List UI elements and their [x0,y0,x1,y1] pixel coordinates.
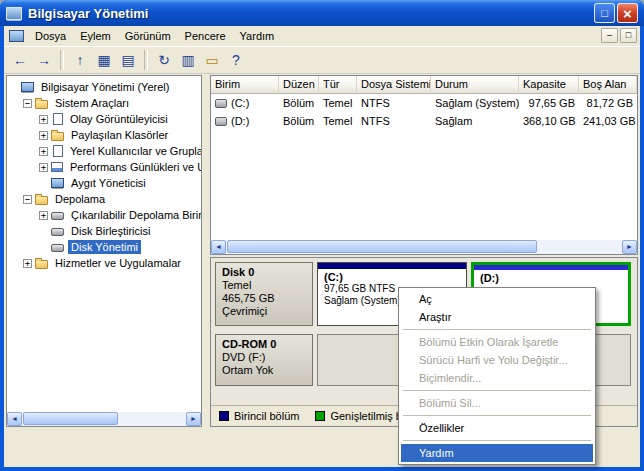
tree-item-sistem-araclari[interactable]: − Sistem Araçları [7,95,201,111]
scroll-thumb[interactable] [23,412,118,425]
tree-item-cikarilabilir-depolama[interactable]: + Çıkarılabilir Depolama Birimi [7,207,201,223]
child-window-controls: – □ [601,28,637,43]
tree-item-paylasilan-klasorler[interactable]: + Paylaşılan Klasörler [7,127,201,143]
partition-d-label: (D:) [474,270,628,284]
tree-item-hizmetler-uygulamalar[interactable]: + Hizmetler ve Uygulamalar [7,255,201,271]
capacity-cell: 368,10 GB [519,114,579,128]
back-button[interactable]: ← [8,49,32,71]
scroll-thumb[interactable] [227,240,537,253]
titlebar[interactable]: Bilgisayar Yönetimi □ × [0,0,644,26]
collapse-icon[interactable]: − [23,195,32,204]
toolbar: ← → ↑ ▦ ▤ ↻ ▥ ▭ ? [4,47,640,74]
cdrom-drive-letter: DVD (F:) [222,351,306,364]
scroll-track[interactable] [22,412,186,426]
document-icon [53,113,63,125]
menu-item-eylem[interactable]: Eylem [73,27,118,45]
child-minimize-button[interactable]: – [601,28,618,43]
menu-separator [403,415,591,416]
child-restore-icon: □ [626,30,631,40]
tree-item-aygit-yoneticisi[interactable]: Aygıt Yöneticisi [7,175,201,191]
tree-item-label: Çıkarılabilir Depolama Birimi [68,208,201,222]
tree-item-label: Disk Birleştiricisi [68,224,153,238]
header-tur[interactable]: Tür [319,76,357,94]
expand-icon[interactable]: + [23,259,32,268]
filesystem-cell: NTFS [357,114,431,128]
tree-item-disk-birlestiricisi[interactable]: Disk Birleştiricisi [7,223,201,239]
help-icon: ? [232,52,240,68]
shared-folder-icon [51,132,64,141]
scroll-right-button[interactable]: ► [186,412,201,426]
services-folder-icon [35,260,48,269]
expand-icon[interactable]: + [39,115,48,124]
tree-item-label: Aygıt Yöneticisi [68,176,149,190]
disk0-type: Temel [222,279,306,292]
tree-horizontal-scrollbar[interactable]: ◄ ► [7,412,201,426]
refresh-button[interactable]: ↻ [152,49,176,71]
header-dosya-sistemi[interactable]: Dosya Sistemi [357,76,431,94]
volume-row-c[interactable]: (C:) Bölüm Temel NTFS Sağlam (System) 97… [211,94,637,112]
expand-icon[interactable]: + [39,211,48,220]
tree-item-yerel-kullanicilar[interactable]: + Yerel Kullanıcılar ve Gruplar [7,143,201,159]
context-menu-item-yardim[interactable]: Yardım [401,444,593,462]
cdrom-info-box[interactable]: CD-ROM 0 DVD (F:) Ortam Yok [215,334,313,386]
header-birim[interactable]: Birim [211,76,279,94]
tree-item-depolama[interactable]: − Depolama [7,191,201,207]
header-duzen[interactable]: Düzen [279,76,319,94]
volume-row-d[interactable]: (D:) Bölüm Temel NTFS Sağlam 368,10 GB 2… [211,112,637,130]
expand-icon[interactable]: + [39,163,48,172]
disk-management-icon [51,244,64,252]
table-horizontal-scrollbar[interactable]: ◄ ► [211,240,637,254]
volume-icon [215,99,227,108]
menu-item-yardim[interactable]: Yardım [233,27,282,45]
tree-item-olay-goruntuleyicisi[interactable]: + Olay Görüntüleyicisi [7,111,201,127]
maximize-button[interactable]: □ [594,3,615,23]
up-level-button[interactable]: ↑ [68,49,92,71]
storage-folder-icon [35,196,48,205]
toolbar-separator [60,50,64,70]
collapse-icon[interactable]: − [23,99,32,108]
type-cell: Temel [319,96,357,110]
context-menu-item-ozellikler[interactable]: Özellikler [401,419,593,437]
cdrom-media-status: Ortam Yok [222,364,306,377]
open-folder-button[interactable]: ▭ [200,49,224,71]
removable-storage-icon [51,212,64,220]
menu-separator [403,390,591,391]
tree-item-performans-gunlukleri[interactable]: + Performans Günlükleri ve Uya [7,159,201,175]
scroll-right-button[interactable]: ► [622,240,637,254]
forward-icon: → [37,52,51,68]
tree-item-label: Sistem Araçları [52,96,132,110]
close-button[interactable]: × [617,3,638,23]
header-kapasite[interactable]: Kapasite [519,76,579,94]
context-menu-item-ac[interactable]: Aç [401,290,593,308]
computer-management-window: Bilgisayar Yönetimi □ × Dosya Eylem Görü… [0,0,644,471]
tree-item-bilgisayar-yonetimi[interactable]: Bilgisayar Yönetimi (Yerel) [7,79,201,95]
header-durum[interactable]: Durum [431,76,519,94]
expand-icon[interactable]: + [39,147,48,156]
menu-item-gorunum[interactable]: Görünüm [118,27,178,45]
tree-item-disk-yonetimi[interactable]: Disk Yönetimi [7,239,201,255]
child-restore-button[interactable]: □ [620,28,637,43]
refresh-icon: ↻ [158,52,170,68]
up-level-icon: ↑ [77,52,84,68]
folder-icon [35,100,48,109]
header-bos-alan[interactable]: Boş Alan [579,76,637,94]
context-menu-item-arastir[interactable]: Araştır [401,308,593,326]
scroll-left-button[interactable]: ◄ [211,240,226,254]
show-tree-button[interactable]: ▦ [92,49,116,71]
tree-item-label: Hizmetler ve Uygulamalar [52,256,184,270]
properties-button[interactable]: ▤ [116,49,140,71]
forward-button[interactable]: → [32,49,56,71]
scroll-left-button[interactable]: ◄ [7,412,22,426]
menubar: Dosya Eylem Görünüm Pencere Yardım – □ [4,26,640,47]
type-cell: Temel [319,114,357,128]
scroll-track[interactable] [226,240,622,254]
disk0-info-box[interactable]: Disk 0 Temel 465,75 GB Çevrimiçi [215,262,313,326]
expand-icon[interactable]: + [39,131,48,140]
tree-item-label: Performans Günlükleri ve Uya [67,160,201,174]
help-button[interactable]: ? [224,49,248,71]
disk0-capacity: 465,75 GB [222,292,306,305]
menu-item-dosya[interactable]: Dosya [28,27,73,45]
menu-item-pencere[interactable]: Pencere [178,27,233,45]
context-menu-item-bolumu-sil: Bölümü Sil... [401,394,593,412]
export-list-button[interactable]: ▥ [176,49,200,71]
